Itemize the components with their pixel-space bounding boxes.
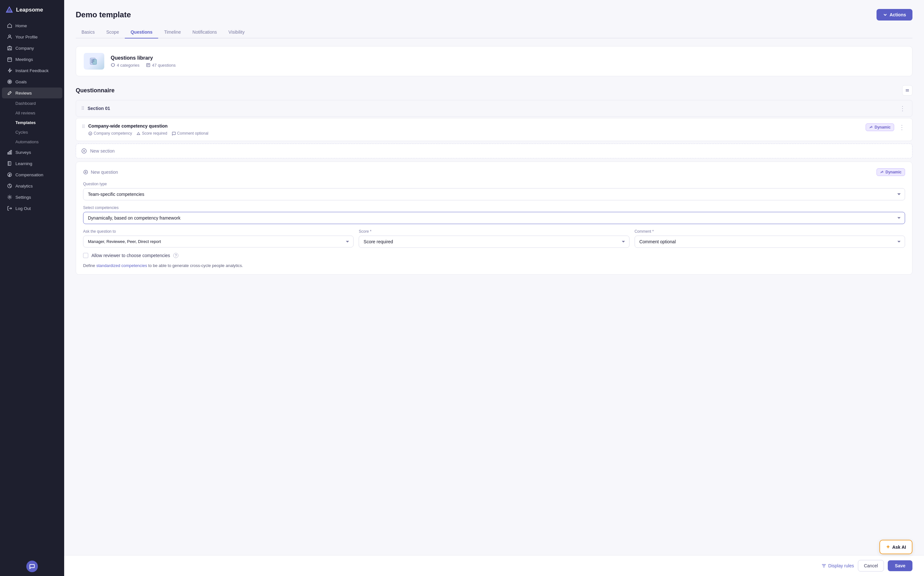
main-nav: Home Your Profile Company Meetings Insta… (0, 19, 64, 555)
section-row-left: ⠿ Section 01 (81, 106, 110, 111)
question-drag-handle[interactable]: ⠿ (82, 123, 85, 129)
score-col: Score * Score required (359, 229, 629, 248)
section-more-button[interactable]: ⋮ (898, 104, 907, 112)
svg-point-22 (89, 132, 92, 135)
question-tag-competency: Company competency (88, 131, 132, 136)
sidebar-item-templates[interactable]: Templates (2, 118, 62, 127)
svg-rect-3 (8, 47, 11, 50)
ask-to-col: Ask the question to Manager, Reviewee, P… (83, 229, 354, 248)
leapsome-logo-icon (5, 6, 13, 14)
sparkle-icon: ✦ (886, 544, 890, 550)
sidebar-item-goals[interactable]: Goals (2, 76, 62, 87)
library-categories: 4 categories (111, 63, 140, 68)
allow-reviewer-label: Allow reviewer to choose competencies (91, 253, 170, 258)
dynamic-badge: Dynamic (866, 123, 894, 131)
svg-point-13 (9, 197, 11, 198)
sidebar-item-label: Compensation (15, 173, 43, 177)
actions-button-label: Actions (890, 12, 906, 17)
sidebar-item-label: Home (15, 23, 27, 28)
sidebar-item-instant-feedback[interactable]: Instant Feedback (2, 65, 62, 76)
sidebar-item-automations[interactable]: Automations (2, 137, 62, 147)
save-button[interactable]: Save (888, 560, 913, 571)
sidebar-item-compensation[interactable]: Compensation (2, 169, 62, 180)
sidebar-item-label: Goals (15, 80, 27, 84)
ask-ai-label: Ask AI (892, 545, 906, 550)
svg-point-2 (9, 35, 11, 37)
standardized-competencies-link[interactable]: standardized competencies (96, 263, 147, 268)
tab-timeline[interactable]: Timeline (158, 26, 186, 38)
tab-scope[interactable]: Scope (100, 26, 125, 38)
ask-to-label: Ask the question to (83, 229, 354, 234)
pie-chart-icon (7, 183, 12, 189)
sidebar-item-label: Analytics (15, 184, 33, 189)
score-label: Score * (359, 229, 629, 234)
question-card-left: ⠿ Company-wide competency question Compa… (82, 123, 862, 136)
sidebar-item-label: Your Profile (15, 35, 37, 39)
add-section-row[interactable]: New section (76, 144, 913, 158)
actions-button[interactable]: Actions (876, 9, 913, 21)
question-type-group: Question type Team-specific competencies (83, 182, 905, 200)
tab-questions[interactable]: Questions (125, 26, 158, 38)
sidebar-item-settings[interactable]: Settings (2, 192, 62, 203)
sidebar-item-all-reviews[interactable]: All reviews (2, 108, 62, 118)
new-question-title-row: New question (83, 170, 118, 175)
zap-icon (7, 68, 12, 73)
building-icon (7, 45, 12, 51)
allow-reviewer-checkbox[interactable] (83, 253, 88, 258)
tab-notifications[interactable]: Notifications (187, 26, 223, 38)
sidebar-item-label: Settings (15, 195, 31, 200)
tab-visibility[interactable]: Visibility (223, 26, 250, 38)
question-more-button[interactable]: ⋮ (897, 123, 906, 131)
question-tag-score: Score required (136, 131, 167, 136)
bar-chart-icon (7, 150, 12, 155)
new-question-panel: New question Dynamic Question type Team-… (76, 162, 913, 275)
reviews-submenu: Dashboard All reviews Templates Cycles A… (0, 99, 64, 147)
new-question-label: New question (91, 170, 118, 175)
question-type-select[interactable]: Team-specific competencies (83, 188, 905, 200)
drag-handle-icon[interactable]: ⠿ (81, 106, 84, 111)
plus-circle-small-icon (83, 170, 88, 175)
help-icon[interactable]: ? (173, 253, 178, 258)
book-icon (7, 161, 12, 166)
sidebar-item-log-out[interactable]: Log Out (2, 203, 62, 214)
bottom-bar: Display rules Cancel Save (64, 555, 924, 576)
sidebar-item-analytics[interactable]: Analytics (2, 181, 62, 191)
cancel-button[interactable]: Cancel (858, 560, 884, 571)
select-competencies-select[interactable]: Dynamically, based on competency framewo… (83, 212, 905, 224)
question-tags: Company competency Score required Commen… (88, 131, 862, 136)
expand-collapse-button[interactable] (902, 85, 913, 96)
select-competencies-label: Select competencies (83, 205, 905, 210)
comment-col: Comment * Comment optional (635, 229, 905, 248)
page-title: Demo template (76, 10, 131, 19)
questionnaire-header: Questionnaire (76, 85, 913, 96)
sidebar: Leapsome Home Your Profile Company Meeti… (0, 0, 64, 576)
tab-basics[interactable]: Basics (76, 26, 100, 38)
sidebar-item-reviews[interactable]: Reviews (2, 88, 62, 98)
svg-rect-10 (11, 150, 11, 154)
library-info: Questions library 4 categories 47 questi… (111, 55, 176, 68)
target-icon (7, 79, 12, 84)
svg-rect-9 (9, 151, 10, 154)
sidebar-item-home[interactable]: Home (2, 20, 62, 31)
main-content: Demo template Actions Basics Scope Quest… (64, 0, 924, 576)
display-rules-button[interactable]: Display rules (821, 563, 854, 568)
sidebar-item-label: Company (15, 46, 34, 51)
score-select[interactable]: Score required (359, 235, 629, 248)
logo-text: Leapsome (16, 7, 43, 13)
comment-select[interactable]: Comment optional (635, 235, 905, 248)
ask-to-select[interactable]: Manager, Reviewee, Peer, Direct report (83, 235, 354, 248)
sidebar-item-meetings[interactable]: Meetings (2, 54, 62, 65)
sidebar-item-your-profile[interactable]: Your Profile (2, 31, 62, 42)
sidebar-item-cycles[interactable]: Cycles (2, 128, 62, 137)
logo[interactable]: Leapsome (0, 0, 64, 19)
library-questions: 47 questions (146, 63, 176, 68)
sidebar-item-dashboard[interactable]: Dashboard (2, 99, 62, 108)
ask-ai-button[interactable]: ✦ Ask AI (879, 540, 913, 554)
sidebar-item-learning[interactable]: Learning (2, 158, 62, 169)
section-01-label: Section 01 (88, 106, 110, 111)
sidebar-item-company[interactable]: Company (2, 43, 62, 54)
page-tabs: Basics Scope Questions Timeline Notifica… (76, 26, 913, 38)
questionnaire-title: Questionnaire (76, 87, 114, 94)
sidebar-item-surveys[interactable]: Surveys (2, 147, 62, 158)
chat-bubble-button[interactable] (26, 561, 38, 572)
